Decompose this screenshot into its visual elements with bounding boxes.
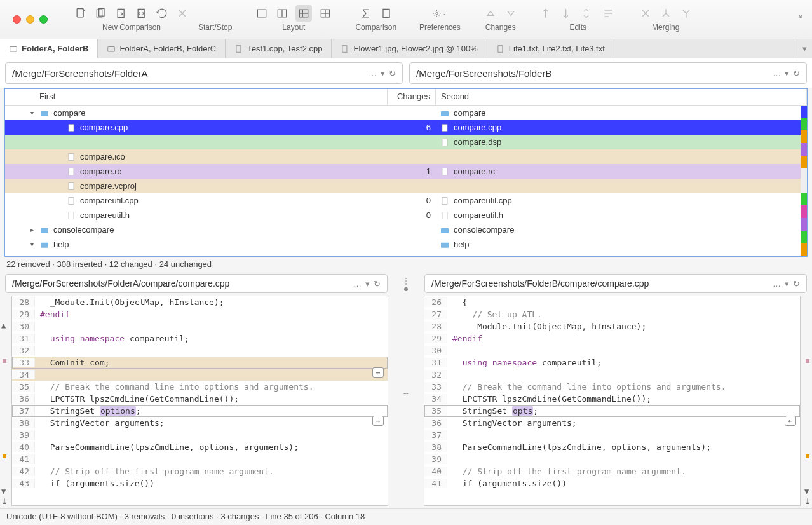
new-docs-icon[interactable]: [94, 6, 108, 20]
disclosure-icon[interactable]: ▸: [28, 226, 36, 233]
code-line[interactable]: 34: [12, 369, 388, 381]
toolbar-overflow-icon[interactable]: »: [799, 11, 803, 21]
tab-foldera-folderb-folderc[interactable]: FolderA, FolderB, FolderC: [98, 39, 226, 58]
code-line[interactable]: 37 StringSet options;→: [12, 405, 388, 417]
folder-row[interactable]: compare.ico: [5, 149, 807, 164]
code-pane-right[interactable]: 26 {27 // Set up ATL.28 _Module.Init(Obj…: [424, 296, 801, 506]
prev-change-icon[interactable]: [484, 6, 497, 20]
code-line[interactable]: 34 LPCTSTR lpszCmdLine(GetCommandLine())…: [424, 393, 800, 405]
chevron-down-icon[interactable]: ▾: [381, 69, 385, 78]
edit-icon-2[interactable]: [561, 6, 575, 20]
code-line[interactable]: 32: [12, 344, 388, 357]
code-line[interactable]: 29#endif: [12, 308, 388, 320]
layout-grid-icon[interactable]: [318, 6, 332, 20]
close-window-button[interactable]: [13, 15, 21, 24]
path-more-icon[interactable]: …: [369, 69, 377, 78]
chevron-down-icon[interactable]: ▾: [785, 279, 789, 289]
code-line[interactable]: 32: [424, 369, 800, 381]
code-line[interactable]: 42 // Strip off the first program name a…: [12, 465, 388, 477]
sigma-icon[interactable]: [359, 6, 373, 20]
next-change-icon[interactable]: [504, 6, 518, 20]
code-line[interactable]: 39: [424, 453, 800, 465]
code-line[interactable]: 31 using namespace compareutil;: [424, 357, 800, 369]
code-line[interactable]: 30: [12, 320, 388, 332]
code-line[interactable]: 43 if (arguments.size()): [12, 477, 388, 489]
header-second[interactable]: Second: [436, 89, 807, 105]
merge-icon-3[interactable]: [679, 6, 693, 20]
folder-path-left[interactable]: /Merge/ForScreenshots/FolderA … ▾ ↻: [5, 62, 403, 84]
code-line[interactable]: 38 StringVector arguments;: [12, 417, 388, 429]
layout-split-icon[interactable]: [275, 6, 289, 20]
code-line[interactable]: 41 if (arguments.size()): [424, 477, 800, 489]
code-line[interactable]: 36 LPCTSTR lpszCmdLine(GetCommandLine())…: [12, 393, 388, 405]
nav-down-icon[interactable]: ▼: [804, 487, 809, 496]
folder-row[interactable]: compare.rc1compare.rc: [5, 164, 807, 179]
folder-row[interactable]: compare.dsp: [5, 135, 807, 149]
path-more-icon[interactable]: …: [773, 69, 781, 78]
tab-foldera-folderb[interactable]: FolderA, FolderB: [0, 39, 98, 58]
folder-row[interactable]: compareutil.h0compareutil.h: [5, 208, 807, 222]
left-minimap[interactable]: ▲ ▼ ⤓: [0, 296, 9, 508]
code-line[interactable]: 29#endif: [424, 332, 800, 344]
code-line[interactable]: 26 {: [424, 296, 800, 308]
chevron-down-icon[interactable]: ▾: [365, 279, 370, 289]
disclosure-icon[interactable]: ▾: [28, 241, 36, 248]
refresh-icon[interactable]: [155, 6, 169, 20]
layout-three-icon[interactable]: [295, 5, 312, 22]
code-line[interactable]: 31 using namespace compareutil;: [12, 332, 388, 344]
code-line[interactable]: 28 _Module.Init(ObjectMap, hInstance);: [424, 320, 800, 332]
nav-down-icon[interactable]: ▼: [1, 487, 6, 496]
folder-compare-body[interactable]: ▾comparecomparecompare.cpp6compare.cppco…: [5, 106, 807, 256]
header-first[interactable]: First: [5, 89, 388, 105]
code-line[interactable]: 39: [12, 429, 388, 441]
folder-row[interactable]: ▸consolecompareconsolecompare: [5, 222, 807, 237]
nav-up-icon[interactable]: ▲: [1, 321, 6, 330]
code-line[interactable]: 40 ParseCommandLine(lpszCmdLine, options…: [12, 441, 388, 453]
folder-row[interactable]: compare.vcproj: [5, 179, 807, 193]
path-more-icon[interactable]: …: [773, 279, 781, 289]
right-minimap[interactable]: ▼ ⤓: [803, 296, 812, 508]
header-changes[interactable]: Changes: [388, 89, 436, 105]
code-line[interactable]: 35 // Break the command line into option…: [12, 381, 388, 393]
edit-icon-3[interactable]: [581, 6, 595, 20]
code-line[interactable]: 40 // Strip off the first program name a…: [424, 465, 800, 477]
folder-path-right[interactable]: /Merge/ForScreenshots/FolderB … ▾ ↻: [409, 62, 807, 84]
folder-row[interactable]: compare.cpp6compare.cpp: [5, 120, 807, 135]
code-line[interactable]: 27 // Set up ATL.: [424, 308, 800, 320]
nav-last-icon[interactable]: ⤓: [804, 497, 811, 506]
merge-icon-2[interactable]: [659, 6, 673, 20]
history-icon[interactable]: ↻: [793, 279, 800, 289]
tab-life-txt[interactable]: Life1.txt, Life2.txt, Life3.txt: [487, 39, 614, 58]
code-line[interactable]: 30: [424, 344, 800, 357]
new-doc-icon[interactable]: [74, 6, 88, 20]
edit-icon-4[interactable]: [602, 6, 616, 20]
doc-icon[interactable]: [379, 6, 393, 20]
folder-row[interactable]: ▾comparecompare: [5, 106, 807, 120]
path-more-icon[interactable]: …: [353, 279, 362, 289]
nav-last-icon[interactable]: ⤓: [1, 497, 8, 506]
merge-right-button[interactable]: →: [372, 367, 384, 378]
code-line[interactable]: 37: [424, 429, 800, 441]
minimize-window-button[interactable]: [26, 15, 34, 24]
code-line[interactable]: 36 StringVector arguments;: [424, 417, 800, 429]
folder-row[interactable]: ▾helphelp: [5, 237, 807, 252]
gear-icon[interactable]: ⌄: [433, 6, 447, 20]
code-pane-left[interactable]: 28 _Module.Init(ObjectMap, hInstance);29…: [11, 296, 388, 506]
code-path-left[interactable]: /Merge/ForScreenshots/FolderA/compare/co…: [5, 274, 388, 293]
overview-stripe[interactable]: [801, 106, 807, 256]
tab-overflow-button[interactable]: ▾: [797, 39, 812, 58]
maximize-window-button[interactable]: [39, 15, 48, 24]
code-line[interactable]: 33 // Break the command line into option…: [424, 381, 800, 393]
doc-swap-icon[interactable]: [135, 6, 149, 20]
history-icon[interactable]: ↻: [389, 69, 396, 78]
code-line[interactable]: 35 StringSet opts;←: [424, 405, 800, 417]
code-line[interactable]: 28 _Module.Init(ObjectMap, hInstance);: [12, 296, 388, 308]
disclosure-icon[interactable]: ▾: [28, 109, 36, 116]
code-path-right[interactable]: /Merge/ForScreenshots/FolderB/compare/co…: [424, 274, 807, 293]
folder-row[interactable]: compareutil.cpp0compareutil.cpp: [5, 193, 807, 208]
edit-icon-1[interactable]: [541, 6, 555, 20]
history-icon[interactable]: ↻: [793, 69, 800, 78]
stop-icon[interactable]: [175, 6, 189, 20]
code-line[interactable]: 41: [12, 453, 388, 465]
tab-flower-jpg[interactable]: Flower1.jpg, Flower2.jpg @ 100%: [332, 39, 487, 58]
